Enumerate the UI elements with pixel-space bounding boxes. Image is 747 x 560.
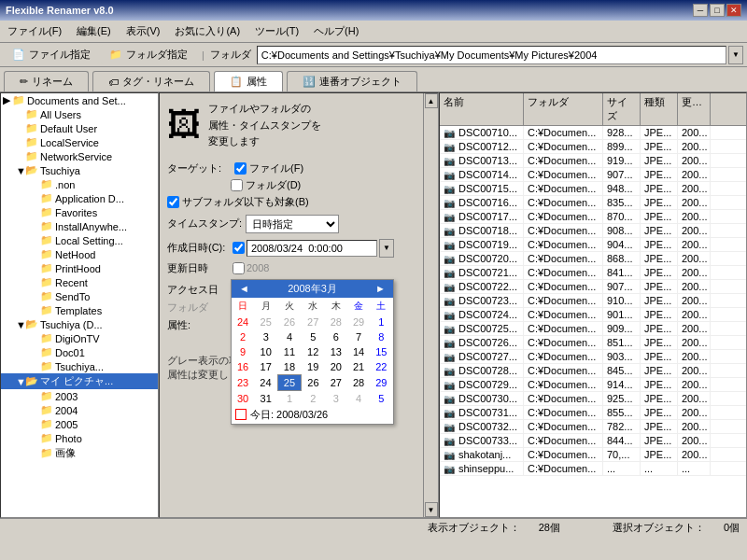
maximize-button[interactable]: □	[710, 4, 725, 17]
cal-day[interactable]: 15	[370, 344, 392, 359]
cal-day[interactable]: 12	[302, 344, 325, 359]
folder-specify-button[interactable]: 📁 フォルダ指定	[101, 45, 196, 64]
tree-item-localsetting[interactable]: 📁 Local Setting...	[1, 233, 158, 247]
cal-day[interactable]: 22	[370, 359, 392, 375]
minimize-button[interactable]: ─	[693, 4, 708, 17]
menu-file[interactable]: ファイル(F)	[4, 22, 65, 40]
tree-item-favorites[interactable]: 📁 Favorites	[1, 205, 158, 219]
col-date[interactable]: 更…	[678, 93, 711, 125]
table-row[interactable]: 📷DSC00729...C:¥Documen...914...JPE...200…	[440, 378, 746, 392]
tree-item-localservice[interactable]: 📁 LocalService	[1, 135, 158, 149]
center-scrollbar[interactable]: ▲ ▼	[423, 93, 438, 517]
tree-item-2004[interactable]: 📁 2004	[1, 403, 158, 417]
cal-prev-button[interactable]: ◄	[235, 283, 253, 294]
cal-day[interactable]: 4	[347, 390, 370, 406]
tree-item-defaultuser[interactable]: 📁 Default User	[1, 121, 158, 135]
file-specify-button[interactable]: 📄 ファイル指定	[4, 45, 99, 64]
tree-item-2003[interactable]: 📁 2003	[1, 389, 158, 403]
table-row[interactable]: 📷DSC00716...C:¥Documen...835...JPE...200…	[440, 196, 746, 210]
tree-item-appd[interactable]: 📁 Application D...	[1, 191, 158, 205]
cal-day[interactable]: 21	[347, 359, 370, 375]
cal-day[interactable]: 25	[254, 315, 277, 329]
tree-item-doc01[interactable]: 📁 Doc01	[1, 345, 158, 359]
cal-day[interactable]: 1	[277, 390, 302, 406]
cal-day[interactable]: 5	[302, 329, 325, 344]
cal-day[interactable]: 29	[347, 315, 370, 329]
cal-day[interactable]: 3	[325, 390, 347, 406]
path-input[interactable]	[257, 46, 726, 64]
cal-day[interactable]: 28	[325, 315, 347, 329]
tab-tag-rename[interactable]: 🏷 タグ・リネーム	[92, 71, 210, 91]
tree-item-digitv[interactable]: 📁 DigiOnTV	[1, 331, 158, 345]
menu-view[interactable]: 表示(V)	[122, 22, 164, 40]
col-type[interactable]: 種類	[641, 93, 678, 125]
table-row[interactable]: 📷DSC00726...C:¥Documen...851...JPE...200…	[440, 336, 746, 350]
cal-day[interactable]: 18	[277, 359, 302, 375]
cal-day[interactable]: 9	[232, 344, 254, 359]
cal-day[interactable]: 19	[302, 359, 325, 375]
col-name[interactable]: 名前	[440, 93, 524, 125]
tree-item-mypictures[interactable]: ▼ 📂 マイ ピクチャ...	[1, 373, 158, 389]
cal-day[interactable]: 30	[232, 390, 254, 406]
file-check-label[interactable]: ファイル(F)	[234, 161, 303, 175]
tree-item-2005[interactable]: 📁 2005	[1, 417, 158, 431]
tree-item-recent[interactable]: 📁 Recent	[1, 275, 158, 289]
close-button[interactable]: ✕	[726, 4, 741, 17]
tree-item-printhood[interactable]: 📁 PrintHood	[1, 261, 158, 275]
cal-day[interactable]: 7	[347, 329, 370, 344]
col-folder[interactable]: フォルダ	[524, 93, 603, 125]
cal-day[interactable]: 24	[254, 374, 277, 390]
tree-item-templates[interactable]: 📁 Templates	[1, 303, 158, 317]
table-row[interactable]: 📷DSC00732...C:¥Documen...782...JPE...200…	[440, 420, 746, 434]
table-row[interactable]: 📷shakotanj...C:¥Documen...70,...JPE...20…	[440, 448, 746, 462]
table-row[interactable]: 📷DSC00730...C:¥Documen...925...JPE...200…	[440, 392, 746, 406]
table-row[interactable]: 📷DSC00710...C:¥Documen...928...JPE...200…	[440, 126, 746, 140]
table-row[interactable]: 📷DSC00728...C:¥Documen...845...JPE...200…	[440, 364, 746, 378]
table-row[interactable]: 📷DSC00724...C:¥Documen...901...JPE...200…	[440, 308, 746, 322]
cal-day[interactable]: 31	[254, 390, 277, 406]
tree-item-tsuchiyad[interactable]: ▼ 📂 Tsuchiya (D...	[1, 317, 158, 331]
tree-item-nethood[interactable]: 📁 NetHood	[1, 247, 158, 261]
subfolder-check-label[interactable]: サブフォルダ以下も対象(B)	[167, 195, 430, 209]
cal-day[interactable]: 25	[277, 374, 302, 390]
table-row[interactable]: 📷DSC00714...C:¥Documen...907...JPE...200…	[440, 168, 746, 182]
table-row[interactable]: 📷DSC00713...C:¥Documen...919...JPE...200…	[440, 154, 746, 168]
calendar-popup[interactable]: ◄ 2008年3月 ► 日 月 火 水 木 金 土	[231, 279, 394, 425]
cal-day[interactable]: 4	[277, 329, 302, 344]
cal-day[interactable]: 26	[277, 315, 302, 329]
tree-item-photo[interactable]: 📁 Photo	[1, 431, 158, 445]
menu-help[interactable]: ヘルプ(H)	[310, 22, 362, 40]
cal-day[interactable]: 2	[232, 329, 254, 344]
created-input[interactable]	[247, 240, 377, 257]
tab-rename[interactable]: ✏ リネーム	[4, 71, 89, 91]
cal-day[interactable]: 16	[232, 359, 254, 375]
cal-day[interactable]: 10	[254, 344, 277, 359]
table-row[interactable]: 📷DSC00722...C:¥Documen...907...JPE...200…	[440, 280, 746, 294]
tree-item-gazou[interactable]: 📁 画像	[1, 445, 158, 461]
table-row[interactable]: 📷DSC00723...C:¥Documen...910...JPE...200…	[440, 294, 746, 308]
table-row[interactable]: 📷DSC00712...C:¥Documen...899...JPE...200…	[440, 140, 746, 154]
path-dropdown-button[interactable]: ▼	[728, 46, 743, 64]
tree-item-sendto[interactable]: 📁 SendTo	[1, 289, 158, 303]
tree-item-tsuchiya2[interactable]: 📁 Tsuchiya...	[1, 359, 158, 373]
menu-tools[interactable]: ツール(T)	[251, 22, 303, 40]
cal-day[interactable]: 5	[370, 390, 392, 406]
cal-day[interactable]: 17	[254, 359, 277, 375]
tree-item-installany[interactable]: 📁 InstallAnywhe...	[1, 219, 158, 233]
cal-day[interactable]: 2	[302, 390, 325, 406]
table-row[interactable]: 📷DSC00718...C:¥Documen...908...JPE...200…	[440, 224, 746, 238]
subfolder-checkbox[interactable]	[167, 196, 179, 208]
table-row[interactable]: 📷DSC00717...C:¥Documen...870...JPE...200…	[440, 210, 746, 224]
cal-day[interactable]: 6	[325, 329, 347, 344]
timestamp-select[interactable]: 日時指定	[246, 215, 339, 233]
folder-check-label[interactable]: フォルダ(D)	[231, 178, 430, 192]
cal-day[interactable]: 23	[232, 374, 254, 390]
table-row[interactable]: 📷DSC00725...C:¥Documen...909...JPE...200…	[440, 322, 746, 336]
table-row[interactable]: 📷DSC00727...C:¥Documen...903...JPE...200…	[440, 350, 746, 364]
cal-day[interactable]: 13	[325, 344, 347, 359]
tree-item-allusers[interactable]: 📁 All Users	[1, 107, 158, 121]
created-checkbox[interactable]	[233, 242, 245, 254]
cal-day[interactable]: 1	[370, 315, 392, 329]
file-checkbox[interactable]	[234, 162, 247, 175]
cal-day[interactable]: 24	[232, 315, 254, 329]
